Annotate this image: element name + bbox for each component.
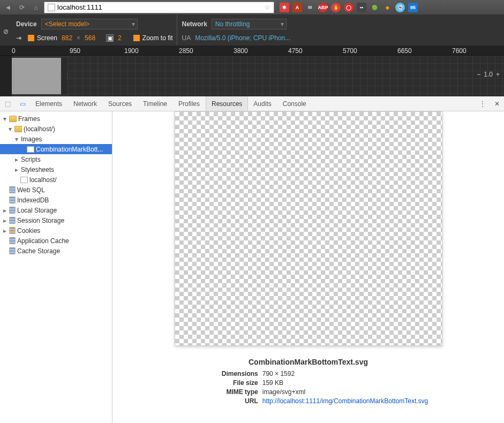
screen-width[interactable]: 882 [62, 34, 72, 42]
dimension-x: × [77, 34, 80, 42]
home-button[interactable]: ⌂ [30, 2, 42, 13]
tree-label: Local Storage [17, 207, 57, 214]
tree-localhost-frame[interactable]: ▾(localhost/) [0, 124, 112, 134]
network-label: Network [182, 20, 207, 28]
ruler-tick: 6650 [397, 47, 412, 55]
devtools-menu-icon[interactable]: ⋮ [475, 96, 490, 111]
tree-stylesheets[interactable]: ▸Stylesheets [0, 164, 112, 175]
ext-icon-11[interactable]: 95 [408, 3, 418, 12]
meta-key-mime: MIME type [189, 388, 258, 397]
meta-val-url-link[interactable]: http://localhost:1111/img/CombinationMar… [262, 397, 428, 405]
bookmark-star-icon[interactable]: ☆ [265, 4, 270, 11]
dpr-icon[interactable]: ▣ [106, 34, 114, 42]
tab-audits[interactable]: Audits [248, 96, 277, 111]
no-device-icon[interactable]: ⊘ [0, 15, 12, 46]
ext-icon-7[interactable]: ▪▪ [357, 3, 366, 12]
ruler-tick: 2850 [179, 47, 193, 55]
tree-label: CombinationMarkBott... [36, 146, 103, 153]
database-icon [9, 247, 16, 254]
tree-frames[interactable]: ▾Frames [0, 114, 112, 124]
screen-height[interactable]: 568 [85, 34, 95, 42]
tab-sources[interactable]: Sources [103, 96, 138, 111]
devtools-tabs: ⬚ ▭ Elements Network Sources Timeline Pr… [0, 96, 504, 111]
ua-value[interactable]: Mozilla/5.0 (iPhone; CPU iPhon... [195, 34, 290, 42]
ruler-tick: 5700 [343, 47, 357, 55]
tree-images[interactable]: ▾Images [0, 134, 112, 144]
database-icon [9, 217, 16, 224]
tree-label: IndexedDB [17, 197, 49, 204]
tree-scripts[interactable]: ▸Scripts [0, 154, 112, 164]
tree-label: Cache Storage [17, 247, 60, 255]
ext-icon-2[interactable]: A [292, 3, 302, 12]
zoom-out-button[interactable]: − [477, 71, 480, 78]
tree-label: Cookies [17, 227, 40, 235]
tab-network[interactable]: Network [68, 96, 103, 111]
ext-icon-1[interactable]: ✱ [280, 3, 289, 12]
ext-icon-5[interactable]: ✋ [331, 3, 341, 12]
dpr-value[interactable]: 2 [118, 34, 122, 42]
tab-elements[interactable]: Elements [30, 96, 68, 111]
browser-toolbar: ◄ ⟳ ⌂ ☆ ✱ A ✉ ABP ✋ ◯ ▪▪ 🟢 ◆ 👻 95 [0, 0, 504, 15]
resources-sidebar: ▾Frames ▾(localhost/) ▾Images Combinatio… [0, 111, 112, 423]
tab-profiles[interactable]: Profiles [173, 96, 206, 111]
viewport-grid [67, 56, 504, 96]
tree-label: Scripts [21, 156, 41, 163]
horizontal-ruler: 0 950 1900 2850 3800 4750 5700 6650 7600 [0, 46, 504, 56]
tree-cachestorage[interactable]: Cache Storage [0, 246, 112, 256]
url-input[interactable] [57, 3, 262, 11]
database-icon [9, 186, 16, 193]
ruler-tick: 950 [70, 47, 80, 55]
database-icon [9, 207, 16, 214]
tab-console[interactable]: Console [277, 96, 312, 111]
tree-cookies[interactable]: ▸Cookies [0, 225, 112, 236]
tree-appcache[interactable]: Application Cache [0, 236, 112, 246]
cookie-icon [9, 227, 16, 234]
meta-val-filesize: 159 KB [262, 379, 283, 388]
meta-key-dimensions: Dimensions [189, 369, 258, 379]
back-button[interactable]: ◄ [2, 2, 14, 13]
screen-checkbox[interactable] [28, 35, 34, 41]
image-preview-checkerboard [175, 111, 442, 346]
ruler-tick: 0 [12, 47, 16, 55]
screen-label: Screen [37, 34, 57, 42]
folder-icon [9, 116, 17, 122]
resize-handle[interactable]: ⋮⋮ [61, 58, 67, 94]
ext-icon-3[interactable]: ✉ [305, 3, 315, 12]
page-icon [48, 4, 55, 11]
devtools-close-button[interactable]: ✕ [490, 96, 504, 111]
tab-timeline[interactable]: Timeline [138, 96, 173, 111]
ruler-tick: 4750 [288, 47, 303, 55]
ruler-tick: 3800 [234, 47, 248, 55]
database-icon [9, 237, 16, 244]
tree-websql[interactable]: Web SQL [0, 185, 112, 195]
meta-key-filesize: File size [189, 379, 258, 388]
toggle-toolbar-icon[interactable]: ⇥ [16, 34, 24, 42]
tab-resources[interactable]: Resources [206, 96, 248, 111]
tree-label: Web SQL [17, 186, 45, 194]
tree-sessionstorage[interactable]: ▸Session Storage [0, 215, 112, 225]
zoom-to-fit-label: Zoom to fit [142, 34, 173, 42]
tree-label: Frames [18, 115, 40, 123]
device-mode-icon[interactable]: ▭ [15, 96, 30, 111]
zoom-in-button[interactable]: + [496, 71, 500, 78]
device-model-select[interactable]: <Select model> [41, 19, 138, 29]
tree-label: Session Storage [17, 217, 64, 224]
throttling-select[interactable]: No throttling [212, 19, 287, 29]
url-bar[interactable]: ☆ [44, 2, 274, 13]
emulated-page[interactable] [12, 58, 61, 94]
tree-indexeddb[interactable]: IndexedDB [0, 195, 112, 205]
tree-label: localhost/ [29, 176, 57, 184]
ext-abp-icon[interactable]: ABP [318, 3, 328, 12]
tree-localstorage[interactable]: ▸Local Storage [0, 205, 112, 215]
tree-selected-image[interactable]: CombinationMarkBott... [0, 144, 112, 154]
zoom-checkbox[interactable] [133, 35, 140, 41]
ruler-tick: 7600 [452, 47, 467, 55]
ext-icon-10[interactable]: 👻 [395, 3, 405, 12]
ext-icon-6[interactable]: ◯ [344, 3, 353, 12]
inspect-element-icon[interactable]: ⬚ [0, 96, 15, 111]
ext-icon-9[interactable]: ◆ [382, 3, 392, 12]
ext-icon-8[interactable]: 🟢 [370, 3, 379, 12]
tree-localhost-doc[interactable]: localhost/ [0, 175, 112, 185]
reload-button[interactable]: ⟳ [16, 2, 28, 13]
device-viewport: ⋮⋮ − 1.0 + [0, 56, 504, 96]
